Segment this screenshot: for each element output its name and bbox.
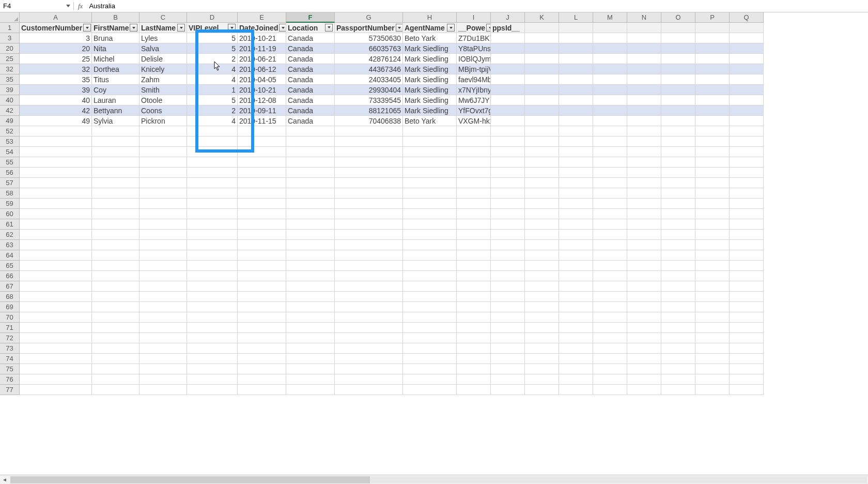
cell-P65[interactable] <box>695 261 730 271</box>
cell-F52[interactable] <box>286 126 335 137</box>
cell-F32[interactable]: Canada <box>286 64 335 74</box>
cell-B77[interactable] <box>92 385 140 395</box>
cell-M63[interactable] <box>593 240 627 250</box>
cell-P72[interactable] <box>695 333 730 343</box>
cell-N72[interactable] <box>627 333 661 343</box>
cell-J77[interactable] <box>491 385 525 395</box>
cell-B73[interactable] <box>92 343 140 354</box>
cell-P56[interactable] <box>695 168 730 178</box>
cell-J54[interactable] <box>491 147 525 157</box>
cell-M20[interactable] <box>593 43 627 54</box>
row-header-68[interactable]: 68 <box>0 292 20 302</box>
cell-O68[interactable] <box>661 292 695 302</box>
row-header-65[interactable]: 65 <box>0 261 20 271</box>
cell-H42[interactable]: Mark Siedling <box>403 105 457 116</box>
cell-B25[interactable]: Michel <box>92 54 140 64</box>
cell-G77[interactable] <box>335 385 403 395</box>
cell-K67[interactable] <box>525 281 559 292</box>
filter-button-A[interactable] <box>83 24 91 32</box>
row-header-20[interactable]: 20 <box>0 43 20 54</box>
cell-I3[interactable]: Z7Du1BKYbBg <box>457 33 491 43</box>
cell-O42[interactable] <box>661 105 695 116</box>
cell-D67[interactable] <box>187 281 238 292</box>
cell-H40[interactable]: Mark Siedling <box>403 95 457 105</box>
cell-I76[interactable] <box>457 374 491 385</box>
fx-icon[interactable]: fx <box>73 2 87 10</box>
cell-M67[interactable] <box>593 281 627 292</box>
cell-O32[interactable] <box>661 64 695 74</box>
cell-F49[interactable]: Canada <box>286 116 335 126</box>
cell-D60[interactable] <box>187 209 238 219</box>
cell-Q70[interactable] <box>730 312 764 323</box>
cell-H77[interactable] <box>403 385 457 395</box>
cell-C62[interactable] <box>140 230 187 240</box>
cell-F40[interactable]: Canada <box>286 95 335 105</box>
cell-L53[interactable] <box>559 137 593 147</box>
cell-J55[interactable] <box>491 157 525 168</box>
row-header-49[interactable]: 49 <box>0 116 20 126</box>
cell-Q49[interactable] <box>730 116 764 126</box>
cell-C71[interactable] <box>140 323 187 333</box>
cell-M64[interactable] <box>593 250 627 261</box>
cell-G76[interactable] <box>335 374 403 385</box>
formula-input[interactable] <box>87 0 868 12</box>
cell-Q20[interactable] <box>730 43 764 54</box>
cell-E60[interactable] <box>238 209 286 219</box>
cell-Q73[interactable] <box>730 343 764 354</box>
cell-D69[interactable] <box>187 302 238 312</box>
cell-D76[interactable] <box>187 374 238 385</box>
cell-P63[interactable] <box>695 240 730 250</box>
column-header-I[interactable]: I <box>457 12 491 23</box>
cell-E39[interactable]: 2019-10-21 <box>238 85 286 95</box>
cell-E53[interactable] <box>238 137 286 147</box>
cell-N52[interactable] <box>627 126 661 137</box>
cell-J40[interactable] <box>491 95 525 105</box>
cell-L60[interactable] <box>559 209 593 219</box>
cell-B60[interactable] <box>92 209 140 219</box>
cell-A68[interactable] <box>20 292 92 302</box>
cell-D56[interactable] <box>187 168 238 178</box>
cell-L39[interactable] <box>559 85 593 95</box>
cell-I60[interactable] <box>457 209 491 219</box>
cell-P70[interactable] <box>695 312 730 323</box>
cell-A71[interactable] <box>20 323 92 333</box>
column-header-F[interactable]: F <box>286 12 335 23</box>
cell-P60[interactable] <box>695 209 730 219</box>
cell-B62[interactable] <box>92 230 140 240</box>
cell-O39[interactable] <box>661 85 695 95</box>
cell-E55[interactable] <box>238 157 286 168</box>
cell-A61[interactable] <box>20 219 92 230</box>
cell-B61[interactable] <box>92 219 140 230</box>
cell-M76[interactable] <box>593 374 627 385</box>
cell-M73[interactable] <box>593 343 627 354</box>
cell-K77[interactable] <box>525 385 559 395</box>
cell-D39[interactable]: 1 <box>187 85 238 95</box>
cell-H70[interactable] <box>403 312 457 323</box>
cell-A25[interactable]: 25 <box>20 54 92 64</box>
cell-I49[interactable]: VXGM-hkxyrE <box>457 116 491 126</box>
cell-P69[interactable] <box>695 302 730 312</box>
name-box-dropdown-icon[interactable] <box>66 5 70 7</box>
cell-K65[interactable] <box>525 261 559 271</box>
cell-Q57[interactable] <box>730 178 764 188</box>
cell-O70[interactable] <box>661 312 695 323</box>
cell-L74[interactable] <box>559 354 593 364</box>
column-header-M[interactable]: M <box>593 12 627 23</box>
cell-L35[interactable] <box>559 74 593 85</box>
cell-G3[interactable]: 57350630 <box>335 33 403 43</box>
cell-L63[interactable] <box>559 240 593 250</box>
cell-L20[interactable] <box>559 43 593 54</box>
cell-L52[interactable] <box>559 126 593 137</box>
cell-C63[interactable] <box>140 240 187 250</box>
cell-H55[interactable] <box>403 157 457 168</box>
cell-O56[interactable] <box>661 168 695 178</box>
cell-F68[interactable] <box>286 292 335 302</box>
cell-I57[interactable] <box>457 178 491 188</box>
cell-G53[interactable] <box>335 137 403 147</box>
column-header-G[interactable]: G <box>335 12 403 23</box>
cell-N57[interactable] <box>627 178 661 188</box>
cell-C49[interactable]: Pickron <box>140 116 187 126</box>
cell-C65[interactable] <box>140 261 187 271</box>
cell-J72[interactable] <box>491 333 525 343</box>
cell-J39[interactable] <box>491 85 525 95</box>
